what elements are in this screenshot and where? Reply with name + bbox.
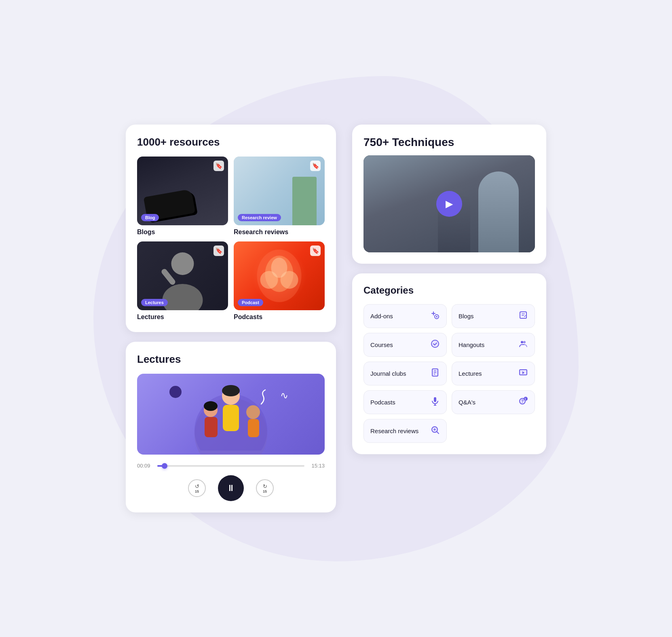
progress-thumb[interactable] xyxy=(162,463,167,469)
svg-point-15 xyxy=(246,405,260,419)
skip-forward-arrow: ↻ xyxy=(263,483,267,489)
badge-research: Research review xyxy=(238,214,281,221)
svg-text:?: ? xyxy=(521,399,524,404)
resources-title: 1000+ resources xyxy=(137,136,325,148)
resource-label-research: Research reviews xyxy=(234,229,325,236)
resource-item-research[interactable]: 🔖 Research review Research reviews xyxy=(234,157,325,236)
category-podcasts[interactable]: Podcasts xyxy=(363,390,447,414)
lecture-illustration: ∿ xyxy=(137,374,325,455)
svg-text:!: ! xyxy=(525,397,526,401)
svg-point-0 xyxy=(171,252,194,275)
main-layout: 1000+ resources 🔖 Blog Blogs 🔖 xyxy=(126,125,546,512)
category-addons-label: Add-ons xyxy=(370,313,393,320)
category-courses[interactable]: Courses xyxy=(363,333,447,357)
time-total: 15:13 xyxy=(309,463,325,469)
categories-card: Categories Add-ons Blogs xyxy=(352,273,546,454)
category-blogs-label: Blogs xyxy=(459,313,474,320)
resource-label-podcast: Podcasts xyxy=(234,313,325,321)
blogs-icon xyxy=(518,310,528,322)
resource-grid: 🔖 Blog Blogs 🔖 Research review Research … xyxy=(137,157,325,321)
svg-point-21 xyxy=(431,340,439,347)
svg-line-2 xyxy=(165,272,173,282)
time-current: 00:09 xyxy=(137,463,152,469)
category-qas[interactable]: Q&A's ?! xyxy=(452,390,535,414)
lectures-player-card: Lectures ∿ xyxy=(126,342,336,512)
courses-icon xyxy=(430,339,440,351)
skip-forward-button[interactable]: ↻ 15 xyxy=(256,479,274,497)
category-lectures-label: Lectures xyxy=(459,370,482,377)
svg-point-1 xyxy=(163,284,203,310)
journal-clubs-icon xyxy=(430,368,440,379)
podcasts-icon xyxy=(430,396,440,408)
right-column: 750+ Techniques ▶ Categories Add-ons xyxy=(352,125,546,454)
categories-title: Categories xyxy=(363,285,535,296)
category-lectures[interactable]: Lectures xyxy=(452,362,535,385)
small-circle xyxy=(169,386,182,398)
play-button[interactable]: ▶ xyxy=(436,191,462,217)
svg-point-7 xyxy=(271,258,287,278)
category-qas-label: Q&A's xyxy=(459,399,475,406)
techniques-title: 750+ Techniques xyxy=(363,136,535,149)
category-journal-clubs-label: Journal clubs xyxy=(370,370,406,377)
svg-rect-10 xyxy=(223,405,239,431)
left-column: 1000+ resources 🔖 Blog Blogs 🔖 xyxy=(126,125,336,512)
addons-icon xyxy=(430,310,440,322)
resource-label-lecture: Lectures xyxy=(137,313,228,321)
skip-back-button[interactable]: ↺ 15 xyxy=(188,479,206,497)
resource-item-podcast[interactable]: 🔖 Podcast Podcasts xyxy=(234,241,325,321)
badge-blog: Blog xyxy=(141,214,159,221)
resource-thumb-blog: 🔖 Blog xyxy=(137,157,228,225)
skip-back-arrow: ↺ xyxy=(195,483,199,489)
svg-rect-29 xyxy=(434,397,436,402)
category-research-reviews-label: Research reviews xyxy=(370,427,418,434)
resource-thumb-lecture: 🔖 Lectures xyxy=(137,241,228,310)
techniques-card: 750+ Techniques ▶ xyxy=(352,125,546,264)
svg-point-23 xyxy=(523,341,526,343)
play-icon: ▶ xyxy=(446,198,453,210)
resource-label-blog: Blogs xyxy=(137,229,228,236)
badge-lecture: Lectures xyxy=(141,299,168,306)
categories-grid: Add-ons Blogs Courses xyxy=(363,304,535,443)
progress-track[interactable] xyxy=(157,465,304,467)
resource-thumb-research: 🔖 Research review xyxy=(234,157,325,225)
bookmark-icon-research[interactable]: 🔖 xyxy=(310,161,321,171)
category-research-reviews[interactable]: Research reviews xyxy=(363,419,447,443)
video-thumbnail: ▶ xyxy=(363,155,535,252)
category-courses-label: Courses xyxy=(370,341,393,348)
svg-point-22 xyxy=(521,341,523,343)
category-addons[interactable]: Add-ons xyxy=(363,304,447,328)
resource-thumb-podcast: 🔖 Podcast xyxy=(234,241,325,310)
svg-line-37 xyxy=(437,432,439,434)
category-hangouts[interactable]: Hangouts xyxy=(452,333,535,357)
lectures-icon xyxy=(518,368,528,379)
play-pause-button[interactable]: ⏸ xyxy=(218,475,244,501)
svg-point-11 xyxy=(222,385,240,396)
pause-icon: ⏸ xyxy=(226,483,235,493)
player-controls: ↺ 15 ⏸ ↻ 15 xyxy=(137,475,325,501)
svg-rect-16 xyxy=(248,419,259,437)
bookmark-icon-lecture[interactable]: 🔖 xyxy=(213,245,224,256)
qas-icon: ?! xyxy=(518,396,528,408)
resource-item-lecture[interactable]: 🔖 Lectures Lectures xyxy=(137,241,228,321)
badge-podcast: Podcast xyxy=(238,299,263,306)
skip-back-label: 15 xyxy=(195,489,199,493)
skip-forward-label: 15 xyxy=(263,489,267,493)
progress-bar-wrap: 00:09 15:13 xyxy=(137,463,325,469)
category-blogs[interactable]: Blogs xyxy=(452,304,535,328)
bookmark-icon-blog[interactable]: 🔖 xyxy=(213,161,224,171)
svg-rect-13 xyxy=(205,417,218,437)
svg-point-14 xyxy=(204,401,218,411)
hangouts-icon xyxy=(518,339,528,351)
category-podcasts-label: Podcasts xyxy=(370,399,395,406)
squiggle-icon: ∿ xyxy=(280,390,288,401)
lecture-illustration-svg xyxy=(182,378,279,451)
resources-card: 1000+ resources 🔖 Blog Blogs 🔖 xyxy=(126,125,336,332)
research-reviews-icon xyxy=(430,425,440,437)
category-journal-clubs[interactable]: Journal clubs xyxy=(363,362,447,385)
category-hangouts-label: Hangouts xyxy=(459,341,484,348)
bookmark-icon-podcast[interactable]: 🔖 xyxy=(310,245,321,256)
resource-item-blog[interactable]: 🔖 Blog Blogs xyxy=(137,157,228,236)
svg-rect-18 xyxy=(520,312,526,318)
lectures-player-title: Lectures xyxy=(137,353,325,366)
